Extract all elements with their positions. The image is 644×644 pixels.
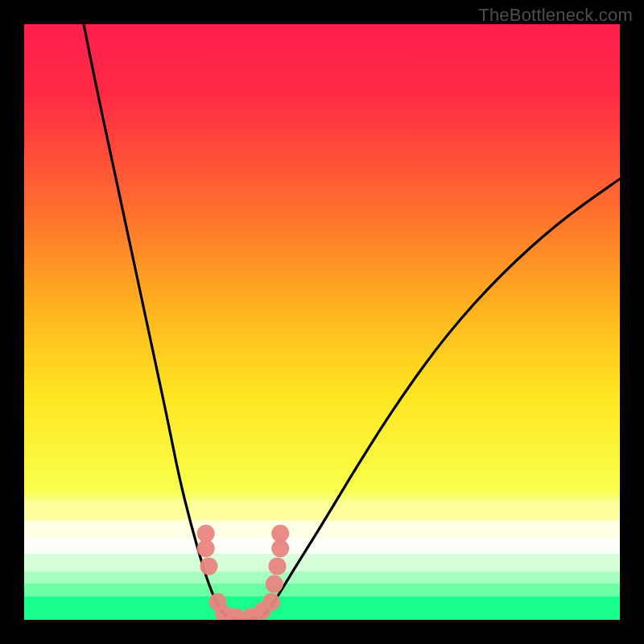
band-0 <box>24 501 620 520</box>
marker-dot-10 <box>269 557 287 575</box>
marker-dot-9 <box>266 576 283 593</box>
band-2 <box>24 539 620 554</box>
marker-dot-8 <box>262 593 280 611</box>
outer-frame: TheBottleneck.com <box>0 0 644 644</box>
band-4 <box>24 572 620 584</box>
band-3 <box>24 554 620 572</box>
band-6 <box>24 597 620 620</box>
band-5 <box>24 584 620 597</box>
marker-dot-2 <box>200 557 217 575</box>
watermark-text: TheBottleneck.com <box>478 5 633 26</box>
marker-dot-12 <box>271 525 289 543</box>
plot-area <box>24 24 620 620</box>
marker-dot-1 <box>197 525 215 543</box>
chart-svg <box>24 24 620 620</box>
